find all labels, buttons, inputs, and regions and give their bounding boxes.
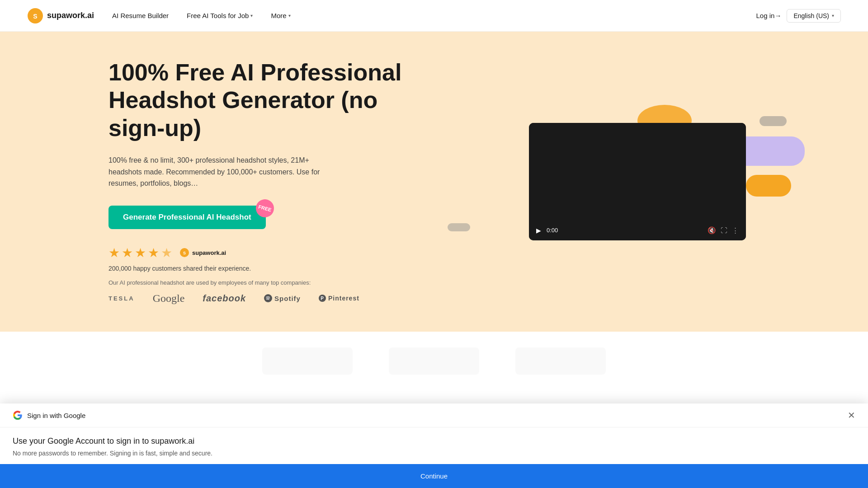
svg-text:P: P [321, 296, 324, 301]
navbar-left: S supawork.ai AI Resume Builder Free AI … [27, 8, 291, 24]
video-controls: ▶ 0:00 🔇 ⛶ ⋮ [529, 221, 746, 240]
svg-text:S: S [33, 13, 37, 20]
spotify-logo: Spotify [264, 294, 301, 302]
video-action-icons: 🔇 ⛶ ⋮ [708, 226, 739, 235]
google-signin-popup: Sign in with Google ✕ Use your Google Ac… [0, 404, 868, 488]
continue-button[interactable]: Continue [0, 464, 868, 488]
hero-content: 100% Free AI Professional Headshot Gener… [108, 59, 434, 305]
video-time: 0:00 [547, 227, 558, 234]
google-signin-title-row: Sign in with Google [13, 410, 85, 420]
logo-small-icon: S [179, 248, 189, 258]
close-signin-button[interactable]: ✕ [848, 410, 855, 421]
facebook-logo: facebook [203, 293, 246, 304]
language-selector[interactable]: English (US) ▾ [787, 9, 841, 23]
navbar-right: Log in→ English (US) ▾ [756, 9, 841, 23]
chevron-down-icon: ▾ [250, 13, 253, 18]
navbar: S supawork.ai AI Resume Builder Free AI … [0, 0, 868, 32]
svg-text:S: S [183, 251, 186, 255]
star-2: ★ [122, 245, 133, 260]
star-half: ★ [161, 245, 172, 260]
logo-small-text: supawork.ai [192, 249, 226, 256]
hero-description: 100% free & no limit, 300+ professional … [108, 155, 326, 189]
star-3: ★ [135, 245, 146, 260]
deco-gray-pill-top [760, 116, 787, 126]
deco-orange-btn [746, 175, 791, 197]
google-signin-title: Sign in with Google [27, 412, 85, 419]
lower-item-3 [515, 347, 606, 375]
star-1: ★ [108, 245, 120, 260]
lower-item-1 [262, 347, 353, 375]
google-signin-header: Sign in with Google ✕ [0, 404, 868, 427]
star-4: ★ [148, 245, 159, 260]
company-logos: TESLA Google facebook Spotify P Pinteres… [108, 292, 434, 305]
generate-headshot-button[interactable]: Generate Professional AI Headshot FREE [108, 206, 266, 229]
logo-icon: S [27, 8, 43, 24]
logo-text: supawork.ai [47, 11, 94, 20]
signin-description: Use your Google Account to sign in to su… [13, 436, 855, 446]
free-badge: FREE [254, 197, 276, 219]
spotify-icon [264, 294, 272, 302]
happy-customers-text: 200,000 happy customers shared their exp… [108, 265, 434, 272]
mute-icon[interactable]: 🔇 [708, 226, 716, 235]
hero-visual: ▶ 0:00 🔇 ⛶ ⋮ [434, 87, 841, 277]
login-button[interactable]: Log in→ [756, 12, 782, 19]
google-icon [13, 410, 23, 420]
hero-section: 100% Free AI Professional Headshot Gener… [0, 32, 868, 332]
video-player[interactable]: ▶ 0:00 🔇 ⛶ ⋮ [529, 123, 746, 240]
logo[interactable]: S supawork.ai [27, 8, 94, 24]
nav-resume-builder[interactable]: AI Resume Builder [112, 12, 169, 19]
video-screen [529, 123, 746, 221]
supawork-logo-small: S supawork.ai [179, 248, 226, 258]
pinterest-logo: P Pinterest [319, 295, 359, 302]
deco-gray-pill-bottom [448, 223, 470, 231]
star-rating: ★ ★ ★ ★ ★ [108, 245, 172, 260]
chevron-down-icon: ▾ [832, 13, 834, 18]
more-options-icon[interactable]: ⋮ [732, 226, 739, 235]
hero-title: 100% Free AI Professional Headshot Gener… [108, 59, 434, 142]
used-by-text: Our AI professional headshot are used by… [108, 279, 434, 286]
fullscreen-icon[interactable]: ⛶ [721, 226, 727, 235]
google-logo: Google [153, 292, 185, 305]
nav-free-ai-tools[interactable]: Free AI Tools for Job ▾ [187, 12, 253, 19]
tesla-logo: TESLA [108, 295, 135, 302]
pinterest-icon: P [319, 295, 326, 302]
rating-row: ★ ★ ★ ★ ★ S supawork.ai [108, 245, 434, 260]
play-button[interactable]: ▶ [536, 227, 541, 234]
chevron-down-icon: ▾ [288, 13, 291, 18]
signin-subtext: No more passwords to remember. Signing i… [13, 450, 855, 457]
nav-more[interactable]: More ▾ [271, 12, 290, 19]
lower-item-2 [389, 347, 479, 375]
lower-section [0, 332, 868, 390]
google-signin-body: Use your Google Account to sign in to su… [0, 427, 868, 464]
